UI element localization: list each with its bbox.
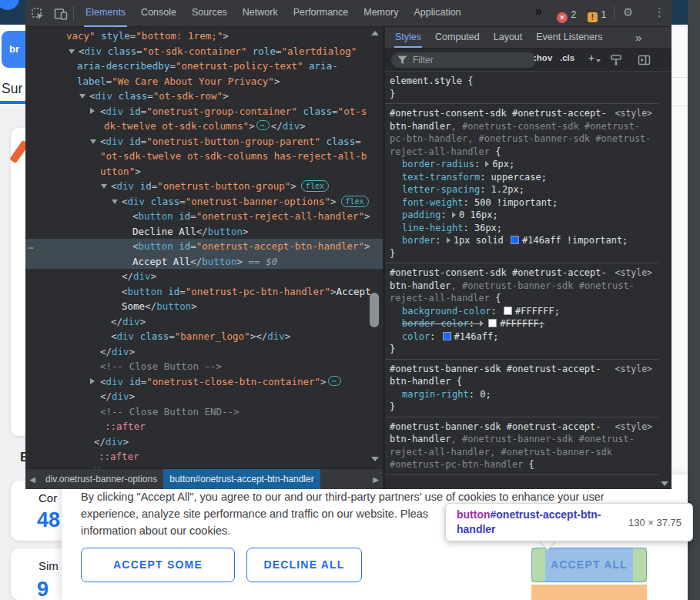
css-declaration[interactable]: font-weight: 500 !important; [390, 196, 652, 209]
dom-tree-row[interactable]: <div id="onetrust-group-container" class… [25, 104, 383, 119]
dom-tree-row[interactable]: …<button id="onetrust-accept-btn-handler… [25, 239, 383, 254]
dom-tree-row[interactable]: <div class="ot-sdk-container" role="aler… [25, 44, 383, 59]
css-declaration[interactable]: border: 1px solid #146aff !important; [390, 234, 652, 247]
new-style-rule-button[interactable]: + [588, 52, 594, 64]
styles-tab-computed[interactable]: Computed [428, 27, 487, 48]
styles-filter-input[interactable]: Filter [391, 52, 536, 68]
accept-all-button[interactable]: ACCEPT ALL [531, 548, 647, 582]
styles-scroll-down-icon[interactable] [661, 481, 668, 486]
expand-inline-icon[interactable]: ⋯ [256, 120, 270, 130]
property-name[interactable]: border-color [402, 318, 469, 329]
property-name[interactable]: border-radius [402, 159, 474, 169]
css-declaration[interactable]: letter-spacing: 1.2px; [390, 183, 652, 196]
devtools-tab-performance[interactable]: Performance [286, 0, 357, 27]
dom-tree-row[interactable]: Decline All</button> [25, 224, 383, 240]
color-swatch[interactable] [511, 236, 519, 244]
property-name[interactable]: margin-right [402, 389, 469, 400]
dom-tree-row[interactable]: </div> [25, 269, 383, 284]
style-source-link[interactable]: <style> [615, 107, 652, 120]
style-source-link[interactable]: <style> [615, 363, 652, 376]
property-value[interactable]: #146aff [454, 331, 494, 342]
breadcrumb-scroll-left-icon[interactable]: ◀ [25, 475, 39, 484]
dom-tree-row[interactable]: </div> [25, 434, 383, 450]
color-swatch[interactable] [504, 307, 512, 315]
dom-tree-row[interactable]: aria-describedby="onetrust-policy-text" … [25, 59, 383, 74]
disclosure-down-icon[interactable] [101, 184, 107, 189]
disclosure-down-icon[interactable] [69, 49, 75, 54]
disclosure-down-icon[interactable] [112, 199, 118, 204]
dom-tree-row[interactable]: <div class="banner_logo"></div> [25, 329, 383, 344]
dom-tree-row[interactable]: vacy" style="bottom: 1rem;"> [25, 28, 383, 44]
styles-tab-event-listeners[interactable]: Event Listeners [529, 27, 609, 48]
disclosure-down-icon[interactable] [79, 94, 85, 99]
color-swatch[interactable] [488, 319, 497, 327]
toggle-hover-state[interactable]: :hov [534, 53, 552, 62]
dom-tree-row[interactable]: Accept All</button> == $0 [25, 254, 383, 270]
dom-tree-row[interactable]: utton"> [25, 164, 383, 179]
dom-tree-row[interactable]: Some</button> [25, 299, 383, 314]
scroll-up-icon[interactable] [371, 31, 379, 35]
property-name[interactable]: line-height [402, 223, 463, 233]
property-value[interactable]: 1px solid [454, 235, 509, 246]
dom-tree-row[interactable]: </div> [25, 314, 383, 330]
toggle-element-classes[interactable]: .cls [560, 53, 574, 62]
property-value[interactable]: 500 !important [474, 197, 552, 208]
devtools-tab-network[interactable]: Network [235, 0, 286, 27]
disclosure-down-icon[interactable] [90, 139, 96, 144]
accept-some-button[interactable]: ACCEPT SOME [81, 548, 235, 582]
css-declaration[interactable]: margin-right: 0; [390, 388, 652, 401]
expand-shorthand-icon[interactable] [485, 161, 489, 167]
property-name[interactable]: color [402, 331, 430, 342]
dom-tree-row[interactable]: <!-- Close Button --> [25, 359, 383, 374]
styles-more-tabs-icon[interactable]: » [635, 31, 641, 44]
css-declaration[interactable]: border-radius: 6px; [390, 158, 652, 171]
breadcrumb-scroll-right-icon[interactable]: ▶ [369, 475, 383, 484]
style-source-link[interactable]: <style> [615, 421, 652, 434]
dom-tree-row[interactable]: </div> [25, 389, 383, 404]
expand-shorthand-icon[interactable] [480, 320, 484, 327]
dom-tree-row[interactable]: <div id="onetrust-close-btn-container">⋯ [25, 374, 383, 390]
property-value[interactable]: uppercase [491, 172, 541, 183]
device-toolbar-icon[interactable] [53, 6, 69, 22]
property-value[interactable]: #146aff !important [522, 235, 622, 246]
dom-tree-row[interactable]: ::after [25, 449, 383, 464]
dom-tree-row[interactable]: <!-- Close Button END--> [25, 404, 383, 420]
flex-badge[interactable]: flex [301, 180, 329, 192]
inspect-element-icon[interactable] [30, 6, 45, 22]
dom-tree-row[interactable]: <div id="onetrust-button-group">flex [25, 179, 383, 194]
devtools-tab-elements[interactable]: Elements [78, 0, 133, 27]
dom-tree-row[interactable]: <div class="ot-sdk-row"> [25, 89, 383, 104]
property-value[interactable]: 6px [492, 159, 509, 169]
devtools-tab-console[interactable]: Console [133, 0, 184, 27]
css-declaration[interactable]: color: #146aff; [390, 330, 652, 344]
property-name[interactable]: padding [402, 209, 441, 220]
property-value[interactable]: 36px [474, 223, 497, 233]
decline-all-button[interactable]: DECLINE ALL [246, 548, 362, 582]
disclosure-right-icon[interactable] [90, 108, 95, 114]
styles-tab-styles[interactable]: Styles [388, 27, 428, 48]
disclosure-right-icon[interactable] [90, 378, 95, 384]
property-value[interactable]: 0 16px [459, 209, 492, 220]
css-declaration[interactable]: line-height: 36px; [390, 222, 652, 235]
rendering-brush-icon[interactable] [610, 54, 622, 66]
toggle-sidebar-icon[interactable] [638, 54, 651, 66]
dom-tree-row[interactable]: "ot-sdk-twelve ot-sdk-columns has-reject… [25, 149, 383, 164]
devtools-tab-sources[interactable]: Sources [184, 0, 235, 27]
css-declaration[interactable]: border-color: #FFFFFF; [390, 317, 652, 330]
dom-tree-row[interactable]: <button id="onetrust-pc-btn-handler">Acc… [25, 284, 383, 300]
devtools-tab-memory[interactable]: Memory [356, 0, 406, 27]
devtools-tab-application[interactable]: Application [406, 0, 468, 27]
breadcrumb-item[interactable]: button#onetrust-accept-btn-handler [163, 469, 320, 489]
property-value[interactable]: 1.2px [491, 184, 519, 195]
property-value[interactable]: #FFFFFF [515, 306, 554, 317]
flex-badge[interactable]: flex [341, 196, 369, 207]
property-name[interactable]: background-color [402, 306, 491, 317]
dom-tree-row[interactable]: label="We Care About Your Privacy"> [25, 74, 383, 89]
expand-shorthand-icon[interactable] [447, 237, 450, 243]
expand-shorthand-icon[interactable] [452, 212, 456, 218]
css-declaration[interactable]: text-transform: uppercase; [390, 171, 652, 184]
property-name[interactable]: border [402, 235, 435, 246]
expand-inline-icon[interactable]: ⋯ [328, 376, 341, 386]
dom-tree-row[interactable]: ::after [25, 419, 383, 434]
dom-tree-row[interactable]: <button id="onetrust-reject-all-handler"… [25, 209, 383, 224]
